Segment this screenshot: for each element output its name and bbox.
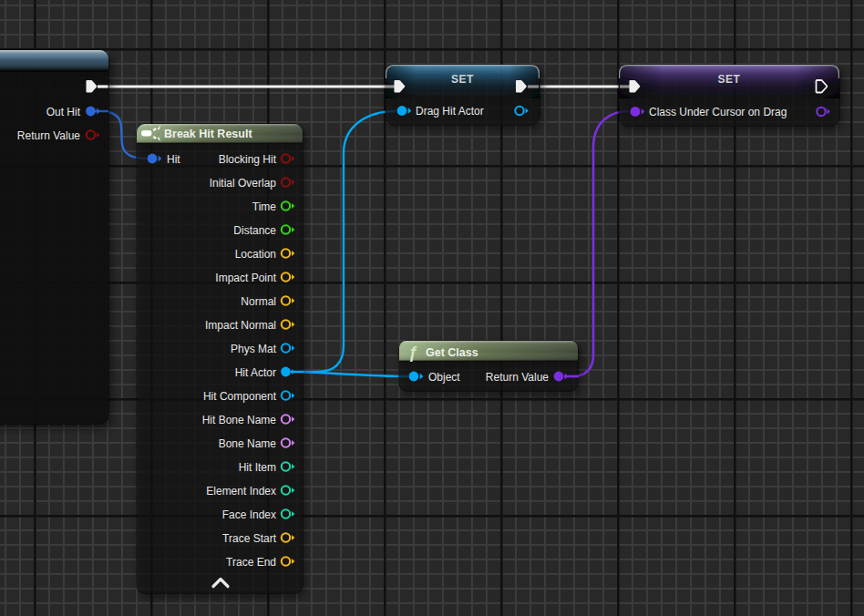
svg-text:Hit Bone Name: Hit Bone Name	[202, 414, 277, 426]
svg-text:Object: Object	[428, 371, 460, 384]
svg-text:Break Hit Result: Break Hit Result	[164, 128, 252, 140]
svg-text:SET: SET	[451, 73, 474, 86]
svg-text:Hit Actor: Hit Actor	[235, 366, 276, 379]
svg-text:Drag Hit Actor: Drag Hit Actor	[416, 105, 484, 118]
svg-text:Hit: Hit	[167, 153, 180, 166]
svg-text:Impact Normal: Impact Normal	[205, 319, 276, 332]
svg-text:Element Index: Element Index	[206, 485, 276, 498]
svg-text:Return Value: Return Value	[486, 371, 549, 384]
svg-text:Hit Component: Hit Component	[203, 390, 277, 403]
svg-text:Distance: Distance	[233, 224, 276, 237]
svg-text:Bone Name: Bone Name	[219, 437, 277, 450]
svg-text:Face Index: Face Index	[222, 508, 276, 521]
svg-text:Location: Location	[235, 248, 276, 261]
svg-text:Blocking Hit: Blocking Hit	[219, 153, 277, 166]
svg-text:ƒ: ƒ	[408, 344, 417, 362]
svg-text:Trace Start: Trace Start	[222, 532, 277, 545]
svg-text:Return Value: Return Value	[17, 129, 80, 142]
svg-text:SET: SET	[718, 73, 741, 86]
svg-text:Time: Time	[252, 200, 277, 213]
svg-text:Normal: Normal	[241, 295, 276, 308]
svg-text:Get Class: Get Class	[426, 346, 478, 359]
svg-text:Hit Item: Hit Item	[239, 461, 276, 474]
svg-text:Trace End: Trace End	[226, 556, 276, 569]
svg-text:Impact Point: Impact Point	[215, 272, 276, 284]
svg-text:Phys Mat: Phys Mat	[231, 343, 277, 355]
svg-text:Class Under Cursor on Drag: Class Under Cursor on Drag	[649, 106, 787, 118]
svg-text:Out Hit: Out Hit	[46, 106, 81, 118]
svg-text:Initial Overlap: Initial Overlap	[210, 177, 277, 190]
